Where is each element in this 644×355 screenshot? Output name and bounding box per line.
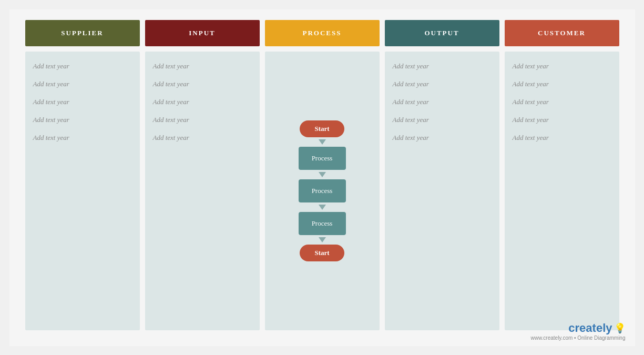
list-item: Add text year [393,116,492,124]
output-body: Add text year Add text year Add text yea… [385,52,499,330]
brand-name: creately [568,321,612,335]
process-header: PROCESS [265,20,380,46]
supplier-header: SUPPLIER [25,20,140,46]
list-item: Add text year [33,98,132,106]
column-input: INPUT Add text year Add text year Add te… [145,20,260,330]
list-item: Add text year [393,98,492,106]
output-title: OUTPUT [424,29,459,37]
flow-process-node-3: Process [299,212,346,235]
flow-start-node: Start [300,120,344,137]
creately-logo: creately 💡 [568,321,625,335]
flow-arrow-1 [319,139,326,145]
process-body: Start Process Process Process Start [265,52,380,330]
supplier-title: SUPPLIER [61,29,103,37]
supplier-body: Add text year Add text year Add text yea… [25,52,140,330]
input-body: Add text year Add text year Add text yea… [145,52,260,330]
flowchart: Start Process Process Process Start [299,120,346,261]
column-customer: CUSTOMER Add text year Add text year Add… [505,20,619,330]
flow-arrow-2 [319,172,326,177]
brand-sub: www.creately.com • Online Diagramming [530,335,625,341]
flow-process-node-1: Process [299,147,346,170]
list-item: Add text year [513,62,611,70]
list-item: Add text year [513,134,611,142]
customer-body: Add text year Add text year Add text yea… [505,52,619,330]
list-item: Add text year [513,116,611,124]
list-item: Add text year [513,80,611,88]
list-item: Add text year [393,134,492,142]
column-output: OUTPUT Add text year Add text year Add t… [385,20,499,330]
input-title: INPUT [189,29,215,37]
list-item: Add text year [33,134,132,142]
list-item: Add text year [513,98,611,106]
process-title: PROCESS [303,29,342,37]
flow-process-node-2: Process [299,179,346,202]
creately-footer: creately 💡 www.creately.com • Online Dia… [530,321,625,341]
diagram-wrapper: SUPPLIER Add text year Add text year Add… [9,9,635,346]
flow-end-node: Start [300,245,344,261]
list-item: Add text year [153,116,252,124]
column-supplier: SUPPLIER Add text year Add text year Add… [25,20,140,330]
list-item: Add text year [153,62,252,70]
bulb-icon: 💡 [614,322,626,334]
output-header: OUTPUT [385,20,499,46]
customer-header: CUSTOMER [505,20,619,46]
list-item: Add text year [33,62,132,70]
flow-arrow-3 [319,205,326,210]
list-item: Add text year [153,98,252,106]
columns-container: SUPPLIER Add text year Add text year Add… [25,20,619,330]
list-item: Add text year [153,80,252,88]
list-item: Add text year [153,134,252,142]
list-item: Add text year [393,62,492,70]
list-item: Add text year [33,116,132,124]
customer-title: CUSTOMER [538,29,586,37]
input-header: INPUT [145,20,260,46]
column-process: PROCESS Start Process Process Process St… [265,20,380,330]
flow-arrow-4 [319,237,326,242]
list-item: Add text year [33,80,132,88]
list-item: Add text year [393,80,492,88]
